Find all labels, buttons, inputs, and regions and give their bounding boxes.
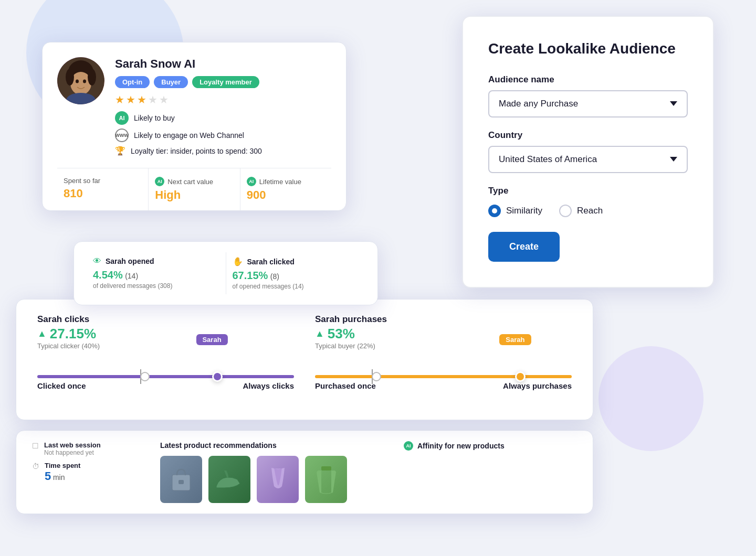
similarity-label: Similarity [506,206,542,216]
clicks-arrow-icon: ▲ [37,328,47,339]
clicks-typical: Typical clicker (40%) [37,342,294,350]
product-bag-bg [160,456,202,503]
clicks-typical-circle [140,372,150,381]
country-label: Country [488,130,688,141]
ai-icon-1: AI [115,111,129,125]
create-button[interactable]: Create [488,232,560,262]
clicks-slider-section: Sarah clicks ▲ 27.15% Typical clicker (4… [37,314,294,403]
country-chevron-icon [670,157,677,162]
email-open-pct: 4.54% [93,269,123,281]
metric-next-cart: AI Next cart value High [149,168,240,210]
clicks-label-right: Always clicks [243,381,294,390]
web-session-icon: ☐ [32,442,39,450]
web-session-title: Last web session [44,441,101,449]
insight-loyalty-text: Loyalty tier: insider, points to spend: … [131,147,262,155]
purchases-track-container: Sarah Purchased once Always purchases [315,375,572,390]
avatar-image [57,57,104,104]
shoe-icon [214,468,245,491]
clicks-track [37,375,294,378]
email-click-pct: 67.15% [233,270,268,281]
time-value: 5 [45,469,51,483]
email-open-sub: of delivered messages (308) [93,282,219,290]
detail-card: ☐ Last web session Not happened yet ⏱ Ti… [16,430,593,514]
metric-next-label-container: AI Next cart value [155,177,233,186]
clicks-track-container: Sarah Clicked once Always clicks [37,375,294,390]
email-open-label: Sarah opened [106,257,154,265]
metric-next-value: High [155,188,233,202]
purchases-thumb[interactable] [515,371,526,382]
svg-point-6 [88,69,96,85]
email-click-label: Sarah clicked [247,258,295,266]
similarity-radio[interactable] [488,205,501,217]
email-open-pct-row: 4.54% (14) [93,269,219,281]
purchases-typical: Typical buyer (22%) [315,342,572,350]
star-rating: ★ ★ ★ ★ ★ [115,93,331,106]
web-session-info: Last web session Not happened yet [44,441,101,456]
time-unit: min [53,473,65,482]
metric-spent-label: Spent so far [64,177,142,185]
product-scarf [257,456,299,503]
lookalike-title: Create Lookalike Audience [488,40,688,58]
products-grid [160,456,391,503]
country-select[interactable]: United States of America [488,146,688,173]
email-click-icon: ✋ [233,256,243,266]
profile-info: Sarah Snow AI Opt-in Buyer Loyalty membe… [115,57,331,159]
affinity-ai-badge: AI [404,441,413,451]
svg-point-5 [66,69,74,85]
affinity-title: Affinity for new products [417,442,505,450]
slider-grid: Sarah clicks ▲ 27.15% Typical clicker (4… [37,314,572,403]
email-open-icon: 👁 [93,256,101,266]
clicks-pct: 27.15% [50,326,96,342]
product-skirt-bg [305,456,347,503]
star-3: ★ [137,93,146,106]
star-2: ★ [126,93,135,106]
similarity-option[interactable]: Similarity [488,205,542,217]
product-shoe [208,456,250,503]
email-metrics: 👁 Sarah opened 4.54% (14) of delivered m… [87,252,365,294]
purchases-title: Sarah purchases [315,314,572,325]
reach-radio[interactable] [559,205,572,217]
purchases-track [315,375,572,378]
product-scarf-bg [257,456,299,503]
web-session-sub: Not happened yet [44,449,101,456]
clicks-label-left: Clicked once [37,381,86,390]
purchases-labels: Purchased once Always purchases [315,381,572,390]
star-1: ★ [115,93,124,106]
clicks-labels: Clicked once Always clicks [37,381,294,390]
type-section: Type Similarity Reach [488,186,688,217]
metric-lifetime: AI Lifetime value 900 [240,168,331,210]
clicks-thumb[interactable] [212,371,223,382]
star-5: ★ [159,93,169,106]
time-icon: ⏱ [32,462,39,471]
type-radio-group: Similarity Reach [488,205,688,217]
audience-name-select[interactable]: Made any Purchase [488,90,688,117]
metric-spent-value: 810 [64,187,142,200]
product-bag [160,456,202,503]
email-click-metric: ✋ Sarah clicked 67.15% (8) of opened mes… [226,252,365,294]
ai-badge-lifetime: AI [247,177,256,186]
product-shoe-bg [208,456,250,503]
email-open-metric: 👁 Sarah opened 4.54% (14) of delivered m… [87,252,226,294]
clicks-thumb-circle [212,371,223,382]
email-click-header: ✋ Sarah clicked [233,256,359,266]
web-session-row: ☐ Last web session Not happened yet [32,441,148,456]
audience-name-chevron-icon [670,101,677,106]
skirt-icon [312,464,341,495]
metric-lifetime-label-container: AI Lifetime value [247,177,325,186]
reach-option[interactable]: Reach [559,205,603,217]
insight-loyalty: 🏆 Loyalty tier: insider, points to spend… [115,146,331,156]
svg-rect-10 [178,480,184,484]
purchases-pct: 53% [328,326,355,342]
purchases-pct-row: ▲ 53% [315,326,572,342]
detail-left-section: ☐ Last web session Not happened yet ⏱ Ti… [32,441,148,503]
time-label: Time spent [45,462,80,469]
purchases-label-right: Always purchases [503,381,572,390]
product-skirt [305,456,347,503]
insight-likely-buy-text: Likely to buy [134,114,175,122]
purchases-thumb-circle [515,371,526,382]
badge-buyer: Buyer [154,76,188,88]
star-4: ★ [148,93,158,106]
ai-badge-next: AI [155,177,164,186]
clicks-pct-row: ▲ 27.15% [37,326,294,342]
email-click-sub: of opened messages (14) [233,283,359,290]
